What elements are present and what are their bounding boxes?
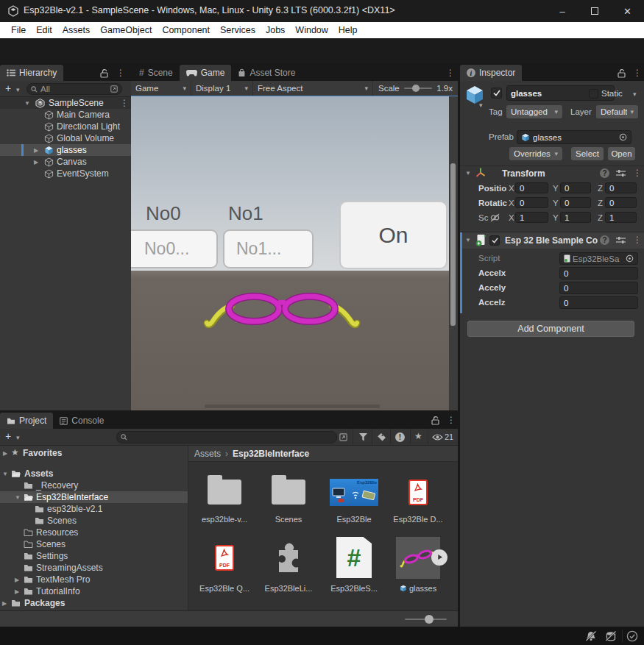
asset-card-folder-esp32ble[interactable]: esp32ble-v... [197,472,252,524]
open-button[interactable]: Open [608,147,635,160]
add-asset-button[interactable]: + [5,430,11,442]
menu-help[interactable]: Help [333,25,363,35]
menu-assets[interactable]: Assets [57,25,96,35]
active-checkbox[interactable] [491,88,502,99]
aspect-dropdown[interactable]: Free Aspect▾ [253,81,373,96]
project-tab[interactable]: Project [0,413,53,429]
scale-slider-thumb[interactable] [412,85,420,92]
add-component-button[interactable]: Add Component [467,321,634,337]
foldout-collapsed-icon[interactable]: ▶ [3,450,7,457]
close-button[interactable]: ✕ [611,0,644,22]
horizontal-scrollbar[interactable] [205,405,380,408]
prefab-object-field[interactable]: glasses [517,130,631,144]
asset-card-image-esp32ble[interactable]: Esp32Ble Esp32Ble [327,472,381,524]
foldout-expanded-icon[interactable]: ▼ [15,494,21,501]
accelz-field[interactable]: 0 [559,296,638,309]
label-tag-icon[interactable] [377,432,386,442]
hierarchy-row-directional-light[interactable]: Directional Light [0,121,131,132]
project-kebab-icon[interactable]: ⋮ [447,415,456,425]
menu-component[interactable]: Component [157,25,215,35]
scale-slider[interactable] [404,88,432,89]
vertical-scrollbar-thumb[interactable] [450,163,456,326]
foldout-collapsed-icon[interactable]: ▶ [15,588,19,595]
menu-edit[interactable]: Edit [31,25,57,35]
transform-foldout-icon[interactable]: ▼ [465,170,471,177]
menu-jobs[interactable]: Jobs [261,25,290,35]
rotation-x-field[interactable]: 0 [515,197,548,208]
transform-kebab-icon[interactable]: ⋮ [633,168,642,178]
hierarchy-row-eventsystem[interactable]: EventSystem [0,168,131,179]
progress-ok-icon[interactable] [626,630,638,642]
menu-services[interactable]: Services [215,25,261,35]
minimize-button[interactable]: – [546,0,578,22]
search-detach-icon[interactable] [339,433,347,441]
position-x-field[interactable]: 0 [515,182,548,193]
foldout-collapsed-icon[interactable]: ▶ [34,159,38,165]
project-search-input[interactable] [116,431,337,443]
prefab-icon-caret[interactable]: ▾ [479,101,483,109]
preview-play-badge[interactable] [431,549,447,566]
menu-window[interactable]: Window [290,25,333,35]
search-by-type-icon[interactable] [358,432,368,442]
hierarchy-search-input[interactable]: All [26,83,122,95]
tree-row-settings[interactable]: Settings [0,550,188,562]
asset-card-library[interactable]: Esp32BleLi... [261,534,316,593]
search-detach-icon[interactable] [110,85,118,93]
asset-card-folder-scenes[interactable]: Scenes [261,472,316,524]
add-asset-caret-icon[interactable]: ▾ [16,434,20,441]
foldout-expanded-icon[interactable]: ▼ [24,100,30,107]
add-object-caret-icon[interactable]: ▾ [16,86,20,93]
transform-help-button[interactable]: ? [600,168,609,178]
asset-card-pdf-d[interactable]: PDF Esp32Ble D... [391,472,445,524]
component-enabled-checkbox[interactable] [489,235,500,246]
hierarchy-row-global-volume[interactable]: Global Volume [0,132,131,144]
hierarchy-row-canvas[interactable]: ▶ Canvas [0,156,131,168]
tree-row-streamingassets[interactable]: StreamingAssets [0,562,188,574]
accely-field[interactable]: 0 [559,282,638,294]
position-z-field[interactable]: 0 [605,182,637,193]
console-tab[interactable]: Console [53,413,110,429]
hierarchy-row-scene[interactable]: ▼ SampleScene ⋮ [0,97,131,109]
overrides-button[interactable]: Overrides▾ [509,147,562,160]
scale-x-field[interactable]: 1 [515,212,548,223]
game-tab[interactable]: Game [180,65,232,81]
menu-file[interactable]: File [6,25,31,35]
hierarchy-row-main-camera[interactable]: Main Camera [0,109,131,121]
foldout-collapsed-icon[interactable]: ▶ [2,600,7,607]
hierarchy-kebab-icon[interactable]: ⋮ [116,68,125,78]
cache-disabled-icon[interactable] [605,631,617,641]
rotation-y-field[interactable]: 0 [560,197,591,208]
importance-filter-icon[interactable]: ! [395,432,405,442]
static-checkbox[interactable] [589,89,598,99]
add-object-button[interactable]: + [5,82,11,94]
component-help-button[interactable]: ? [600,235,609,245]
breadcrumb-root[interactable]: Assets [194,449,221,459]
tree-row-esp32ble-v21[interactable]: esp32ble-v2.1 [0,503,188,515]
favorites-filter-icon[interactable]: ★ [414,431,422,441]
tree-row-tutorialinfo[interactable]: ▶ TutorialInfo [0,585,188,597]
position-y-field[interactable]: 0 [560,182,591,193]
inspector-kebab-icon[interactable]: ⋮ [633,68,642,78]
display-dropdown[interactable]: Display 1▾ [191,81,253,96]
scene-tab[interactable]: # Scene [132,65,180,81]
tree-row-textmesh-pro[interactable]: ▶ TextMesh Pro [0,574,188,585]
game-on-button[interactable]: On [339,201,447,269]
layer-dropdown[interactable]: Default▾ [596,105,638,118]
foldout-collapsed-icon[interactable]: ▶ [15,577,19,583]
asset-store-tab[interactable]: Asset Store [231,65,302,81]
unlink-scale-icon[interactable] [490,213,500,222]
component-kebab-icon[interactable]: ⋮ [633,235,642,245]
foldout-collapsed-icon[interactable]: ▶ [34,147,38,154]
tree-row-recovery[interactable]: _Recovery [0,480,188,491]
tag-dropdown[interactable]: Untagged▾ [506,105,562,118]
presets-icon[interactable] [616,236,626,244]
lock-icon[interactable] [100,68,108,78]
breadcrumb-current[interactable]: Esp32BleInterface [233,449,309,459]
game-panel-kebab-icon[interactable]: ⋮ [446,68,455,78]
favorites-row[interactable]: ▶ ★ Favorites [0,447,188,459]
tree-row-resources[interactable]: Resources [0,527,188,538]
object-picker-icon[interactable] [626,254,634,263]
tree-row-scenes[interactable]: Scenes [0,538,188,550]
foldout-expanded-icon[interactable]: ▼ [2,471,8,477]
asset-card-script[interactable]: # Esp32BleS... [327,534,381,593]
